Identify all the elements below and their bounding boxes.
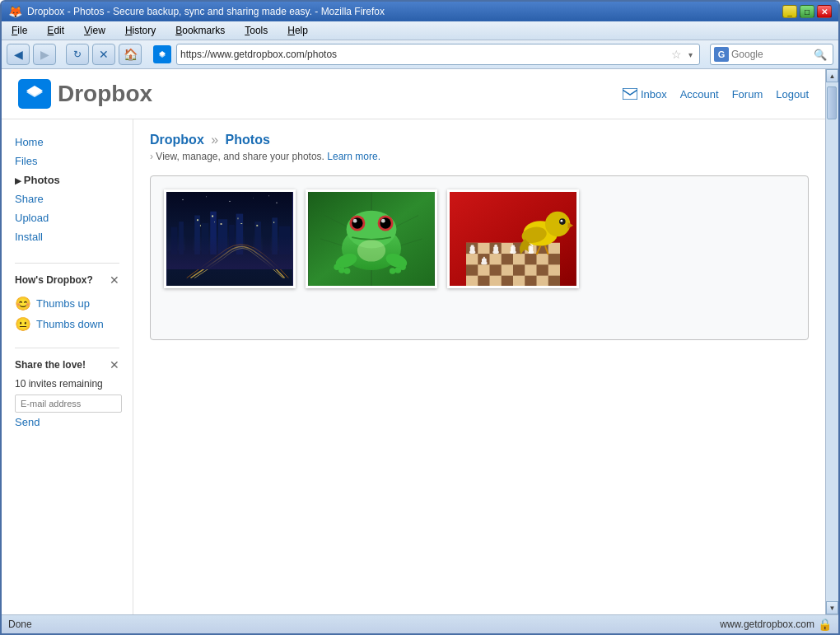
menu-view[interactable]: View — [81, 23, 109, 38]
scroll-up-button[interactable]: ▲ — [826, 69, 838, 82]
svg-rect-22 — [197, 219, 198, 221]
thumbs-up-item[interactable]: 😊 Thumbs up — [15, 293, 119, 314]
svg-rect-72 — [513, 264, 525, 275]
svg-point-57 — [395, 267, 402, 273]
svg-rect-29 — [256, 225, 258, 226]
bookmark-star[interactable]: ☆ — [668, 48, 685, 61]
search-input[interactable] — [731, 49, 814, 60]
svg-rect-9 — [179, 222, 184, 254]
address-input[interactable] — [180, 49, 668, 60]
breadcrumb-root[interactable]: Dropbox — [150, 133, 204, 147]
main-content: Dropbox » Photos View, manage, and share… — [133, 119, 825, 614]
title-bar: 🦊 Dropbox - Photos - Secure backup, sync… — [2, 2, 838, 21]
learn-more-link[interactable]: Learn more. — [327, 151, 380, 162]
svg-rect-16 — [236, 214, 244, 254]
breadcrumb-current: Photos — [226, 133, 270, 147]
svg-rect-74 — [478, 276, 489, 286]
menu-history[interactable]: History — [122, 23, 159, 38]
send-button[interactable]: Send — [15, 416, 119, 428]
inbox-nav-item[interactable]: Inbox — [623, 88, 667, 100]
sidebar-item-install[interactable]: Install — [15, 227, 119, 246]
close-button[interactable]: ✕ — [817, 5, 832, 18]
svg-rect-71 — [490, 264, 502, 275]
inbox-link[interactable]: Inbox — [641, 88, 667, 100]
logout-link[interactable]: Logout — [776, 88, 809, 100]
svg-point-58 — [390, 268, 396, 274]
nav-bar: ◀ ▶ ↻ ✕ 🏠 ☆ ▾ G 🔍 — [2, 40, 838, 69]
svg-rect-68 — [525, 254, 536, 264]
scroll-track[interactable] — [826, 82, 838, 601]
svg-rect-26 — [221, 223, 222, 225]
svg-rect-80 — [471, 245, 474, 248]
photo-chess-thumb[interactable] — [447, 189, 579, 288]
breadcrumb-separator: » — [211, 133, 218, 147]
scroll-down-button[interactable]: ▼ — [826, 601, 838, 614]
minimize-button[interactable]: _ — [782, 5, 797, 18]
menu-file[interactable]: File — [8, 23, 30, 38]
invite-count: 10 invites remaining — [15, 378, 119, 390]
share-love-close[interactable]: ✕ — [110, 358, 119, 371]
svg-point-47 — [352, 217, 362, 228]
svg-rect-82 — [493, 247, 498, 253]
menu-tools[interactable]: Tools — [241, 23, 271, 38]
sidebar-item-share[interactable]: Share — [15, 189, 119, 208]
address-bar-container: ☆ ▾ — [176, 44, 700, 65]
browser-window: 🦊 Dropbox - Photos - Secure backup, sync… — [0, 0, 840, 635]
sidebar-item-photos[interactable]: Photos — [15, 170, 119, 189]
breadcrumb: Dropbox » Photos — [150, 133, 809, 147]
firefox-icon: 🦊 — [8, 5, 22, 18]
address-dropdown[interactable]: ▾ — [685, 50, 696, 59]
dropbox-favicon — [153, 45, 171, 63]
status-text: Done — [8, 619, 32, 630]
menu-edit[interactable]: Edit — [44, 23, 68, 38]
page-subtitle: View, manage, and share your photos. Lea… — [150, 151, 809, 162]
sidebar-item-home[interactable]: Home — [15, 133, 119, 152]
email-input[interactable] — [15, 395, 122, 413]
sidebar: Home Files Photos Share Upload Install H… — [2, 119, 133, 614]
logo-area: Dropbox — [18, 79, 152, 109]
home-browser-button[interactable]: 🏠 — [119, 44, 142, 65]
lock-icon: 🔒 — [818, 618, 832, 631]
hows-dropbox-close[interactable]: ✕ — [110, 273, 119, 287]
inbox-icon — [623, 88, 637, 100]
menu-bookmarks[interactable]: Bookmarks — [172, 23, 228, 38]
svg-rect-15 — [229, 225, 235, 254]
scrollbar[interactable]: ▲ ▼ — [825, 69, 838, 614]
forward-button[interactable]: ▶ — [33, 44, 56, 65]
window-title: Dropbox - Photos - Secure backup, sync a… — [27, 6, 777, 17]
svg-rect-24 — [212, 216, 213, 217]
frog-photo-image — [308, 192, 435, 286]
svg-point-59 — [357, 240, 385, 262]
share-love-title: Share the love! ✕ — [15, 358, 119, 371]
page-area: Dropbox Inbox Account Forum Logout — [2, 69, 838, 614]
svg-rect-5 — [623, 88, 637, 100]
svg-rect-79 — [470, 247, 475, 253]
scroll-thumb[interactable] — [827, 86, 837, 119]
account-link[interactable]: Account — [680, 88, 719, 100]
menu-bar: File Edit View History Bookmarks Tools H… — [2, 21, 838, 40]
svg-rect-19 — [263, 230, 271, 254]
search-go-button[interactable]: 🔍 — [814, 49, 827, 61]
sidebar-item-files[interactable]: Files — [15, 152, 119, 170]
svg-rect-7 — [167, 250, 292, 286]
menu-help[interactable]: Help — [284, 23, 311, 38]
refresh-button[interactable]: ↻ — [66, 44, 89, 65]
sidebar-item-upload[interactable]: Upload — [15, 208, 119, 227]
window-controls: _ □ ✕ — [782, 5, 832, 18]
svg-point-55 — [344, 268, 351, 274]
photo-city-thumb[interactable] — [164, 189, 296, 288]
maximize-button[interactable]: □ — [800, 5, 814, 18]
svg-point-35 — [276, 203, 278, 204]
chess-photo-image — [450, 192, 576, 286]
thumbs-up-icon: 😊 — [15, 296, 31, 311]
forum-link[interactable]: Forum — [732, 88, 763, 100]
photo-frog-thumb[interactable] — [306, 189, 437, 288]
svg-rect-67 — [502, 254, 513, 264]
thumbs-up-label: Thumbs up — [36, 297, 90, 310]
svg-rect-83 — [494, 245, 497, 248]
back-button[interactable]: ◀ — [7, 44, 30, 65]
svg-rect-30 — [273, 222, 274, 223]
svg-rect-14 — [218, 219, 227, 254]
thumbs-down-item[interactable]: 😐 Thumbs down — [15, 314, 119, 334]
stop-button[interactable]: ✕ — [92, 44, 115, 65]
